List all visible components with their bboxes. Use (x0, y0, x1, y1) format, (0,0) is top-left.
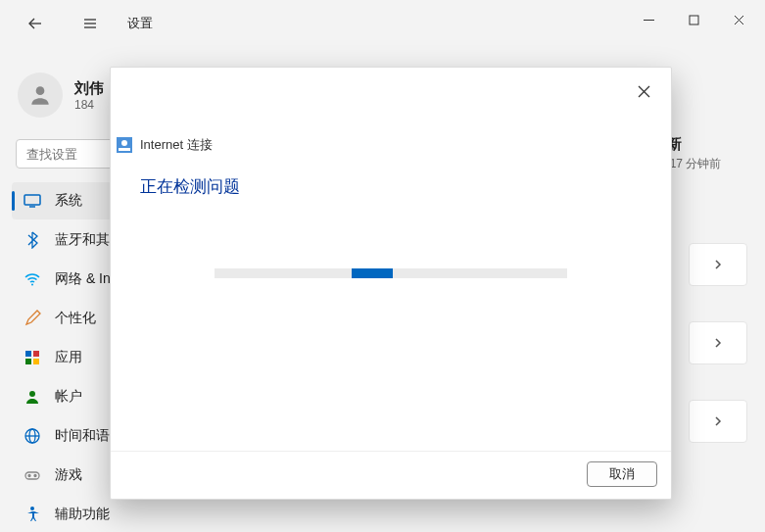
dialog-title-row: Internet 连接 (111, 136, 671, 154)
dialog-footer: 取消 (111, 451, 671, 499)
dialog-titlebar (111, 68, 671, 105)
progress-indicator (352, 268, 393, 278)
svg-point-28 (121, 140, 127, 146)
troubleshooter-dialog: Internet 连接 正在检测问题 取消 (110, 67, 672, 500)
svg-rect-27 (119, 148, 130, 151)
dialog-heading: 正在检测问题 (140, 175, 642, 198)
network-diag-icon (117, 137, 132, 153)
dialog-body: 正在检测问题 (111, 154, 671, 451)
dialog-close-button[interactable] (630, 77, 657, 105)
dialog-backdrop: Internet 连接 正在检测问题 取消 (0, 0, 765, 532)
cancel-button[interactable]: 取消 (587, 461, 657, 487)
dialog-title: Internet 连接 (140, 136, 213, 154)
progress-bar (215, 268, 567, 278)
